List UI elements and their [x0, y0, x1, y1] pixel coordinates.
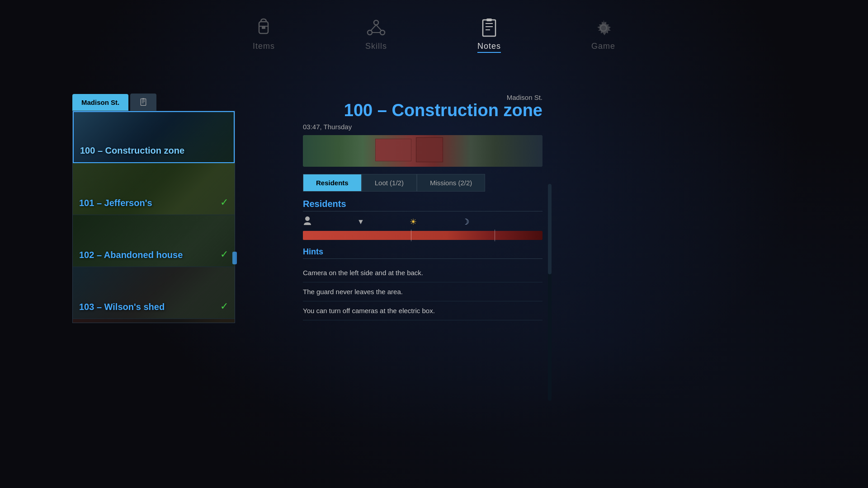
residents-icons-row: ▼ ☀ ☽: [303, 216, 542, 228]
detail-scrollbar-track: [548, 184, 552, 401]
svg-point-4: [368, 30, 372, 35]
tab-bar: Madison St.: [72, 94, 235, 111]
tab-residents[interactable]: Residents: [303, 174, 362, 192]
residents-section: Residents ▼ ☀: [303, 199, 542, 240]
nav-item-skills[interactable]: Skills: [365, 18, 387, 53]
location-name-100: 100 – Construction zone: [80, 145, 184, 156]
madison-st-tab[interactable]: Madison St.: [72, 94, 128, 111]
location-list: 100 – Construction zone 101 – Jefferson'…: [72, 111, 235, 323]
svg-rect-13: [486, 19, 492, 21]
nav-label-game: Game: [591, 42, 615, 51]
location-item-102[interactable]: 102 – Abandoned house ✓: [73, 215, 235, 267]
svg-rect-15: [141, 99, 146, 106]
svg-point-3: [374, 20, 378, 25]
residents-title: Residents: [303, 199, 542, 211]
main-content: Madison St. 100 – Construction zone: [0, 80, 868, 416]
skills-icon: [366, 18, 386, 38]
svg-rect-2: [262, 26, 265, 29]
bar-marker-1: [411, 230, 411, 241]
detail-scroll[interactable]: Residents ▼ ☀: [303, 199, 542, 416]
person-icon: [303, 216, 312, 228]
nav-item-notes[interactable]: Notes: [477, 18, 501, 53]
svg-line-7: [376, 25, 382, 31]
nav-label-skills: Skills: [365, 42, 387, 51]
tab-loot[interactable]: Loot (1/2): [362, 174, 417, 192]
location-name-103: 103 – Wilson's shed: [79, 302, 165, 312]
svg-line-6: [371, 25, 376, 31]
detail-panel: Madison St. 100 – Construction zone 03:4…: [303, 94, 542, 416]
checkmark-103: ✓: [220, 300, 228, 312]
backpack-icon: [254, 18, 274, 38]
location-street: Madison St.: [303, 94, 542, 101]
notes-icon: [479, 18, 499, 38]
checkmark-101: ✓: [220, 197, 228, 208]
detail-tabs: Residents Loot (1/2) Missions (2/2): [303, 174, 542, 192]
location-item-101[interactable]: 101 – Jefferson's ✓: [73, 163, 235, 215]
svg-point-20: [305, 216, 310, 221]
location-item-103[interactable]: 103 – Wilson's shed 📷 ✓: [73, 267, 235, 319]
svg-point-5: [380, 30, 385, 35]
activity-bar-wrapper: [303, 231, 542, 240]
detail-scrollbar-thumb[interactable]: [548, 184, 552, 274]
checkmark-102: ✓: [220, 249, 228, 260]
svg-rect-19: [142, 98, 145, 99]
location-item-100[interactable]: 100 – Construction zone: [73, 111, 235, 163]
tab-missions[interactable]: Missions (2/2): [417, 174, 485, 192]
location-title-large: 100 – Construction zone: [303, 101, 542, 120]
scroll-handle[interactable]: [232, 252, 237, 264]
activity-bar: [303, 231, 542, 240]
location-name-102: 102 – Abandoned house: [79, 250, 183, 260]
location-item-104[interactable]: 104 – Local junkyard ✓: [73, 319, 235, 323]
nav-label-notes: Notes: [477, 42, 501, 53]
filter-icon: ▼: [357, 218, 364, 226]
hint-item-1: The guard never leaves the area.: [303, 282, 542, 301]
nav-item-items[interactable]: Items: [253, 18, 275, 53]
residents-bar-container: ▼ ☀ ☽: [303, 216, 542, 240]
location-name-101: 101 – Jefferson's: [79, 198, 152, 208]
hint-item-0: Camera on the left side and at the back.: [303, 263, 542, 282]
nav-label-items: Items: [253, 42, 275, 51]
hints-section: Hints Camera on the left side and at the…: [303, 247, 542, 320]
notes-tab-button[interactable]: [130, 94, 156, 111]
location-meta: Madison St. 100 – Construction zone: [303, 94, 542, 120]
gear-icon: [594, 18, 613, 38]
hints-title: Hints: [303, 247, 542, 259]
hint-item-2: You can turn off cameras at the electric…: [303, 301, 542, 320]
bar-marker-2: [495, 230, 495, 241]
location-banner-image: [303, 135, 542, 167]
top-navigation: Items Skills Notes Game: [0, 0, 868, 53]
svg-rect-9: [483, 20, 495, 36]
nav-item-game[interactable]: Game: [591, 18, 615, 53]
sun-icon: ☀: [410, 217, 417, 227]
moon-icon: ☽: [462, 217, 469, 227]
location-panel: Madison St. 100 – Construction zone: [72, 94, 235, 416]
location-time: 03:47, Thursday: [303, 123, 542, 131]
